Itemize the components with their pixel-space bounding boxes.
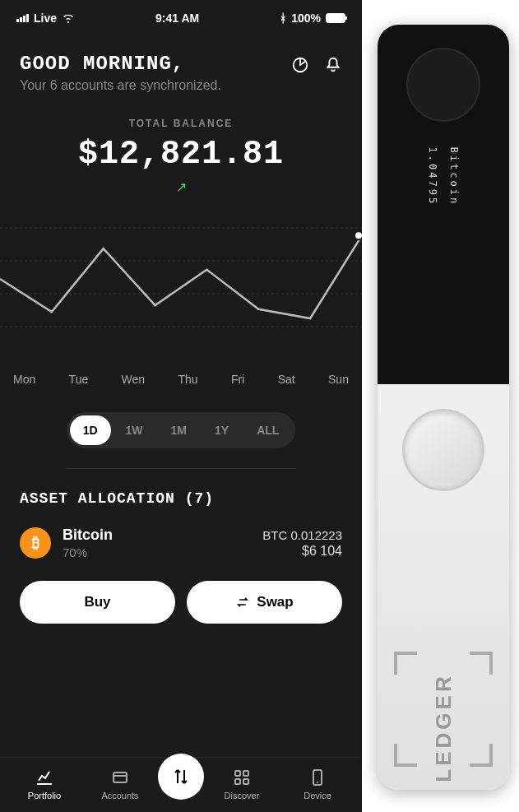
nav-device[interactable]: Device xyxy=(280,768,355,800)
chart-line-icon xyxy=(35,768,54,787)
chart-days-row: MonTueWenThuFriSatSun xyxy=(0,363,362,396)
hardware-device: Bitcoin 1.04795 LEDGER xyxy=(378,25,509,790)
transfer-icon xyxy=(171,767,191,786)
asset-pct: 70% xyxy=(63,545,113,559)
device-brand-text: LEDGER xyxy=(431,673,456,782)
chart-day-label: Sun xyxy=(328,373,349,386)
nav-portfolio-label: Portfolio xyxy=(28,791,61,800)
svg-point-13 xyxy=(317,782,318,783)
swap-label: Swap xyxy=(257,594,293,610)
range-1m[interactable]: 1M xyxy=(158,415,200,445)
chart-day-label: Thu xyxy=(178,373,197,386)
bitcoin-icon: ₿ xyxy=(20,527,51,559)
trend-up-icon: ↗ xyxy=(176,179,187,195)
swap-button[interactable]: Swap xyxy=(187,581,342,624)
signal-icon xyxy=(16,14,29,22)
buy-button[interactable]: Buy xyxy=(20,581,175,624)
svg-rect-10 xyxy=(235,779,240,784)
svg-rect-6 xyxy=(114,773,127,782)
device-nav-ring xyxy=(406,48,480,122)
phone-app-frame: Live 9:41 AM ᚼ 100% GOOD MORNING, Your 6… xyxy=(0,0,362,812)
swap-icon xyxy=(235,595,250,610)
svg-rect-8 xyxy=(235,771,240,776)
asset-amount: BTC 0.012223 xyxy=(262,528,342,542)
bottom-nav: Portfolio Accounts Discover Device xyxy=(0,757,362,812)
device-body: LEDGER xyxy=(378,384,509,790)
device-icon xyxy=(308,768,327,787)
chart-day-label: Wen xyxy=(122,373,146,386)
chart-day-label: Fri xyxy=(231,373,244,386)
svg-rect-11 xyxy=(243,779,248,784)
range-selector: 1D1W1M1YALL xyxy=(0,412,362,448)
svg-rect-9 xyxy=(243,771,248,776)
carrier-label: Live xyxy=(34,12,57,25)
wifi-icon xyxy=(62,13,75,23)
battery-icon xyxy=(326,13,345,23)
nav-discover[interactable]: Discover xyxy=(204,768,280,800)
nav-portfolio[interactable]: Portfolio xyxy=(7,768,82,800)
greeting-text: GOOD MORNING, xyxy=(20,53,221,75)
range-all[interactable]: ALL xyxy=(243,415,292,445)
device-screen: Bitcoin 1.04795 xyxy=(422,147,466,206)
bluetooth-icon: ᚼ xyxy=(280,12,286,25)
chart-day-label: Tue xyxy=(69,373,89,386)
nav-device-label: Device xyxy=(304,791,331,800)
balance-value: $12,821.81 xyxy=(0,136,362,173)
chart-day-label: Mon xyxy=(13,373,35,386)
range-1w[interactable]: 1W xyxy=(113,415,156,445)
status-bar: Live 9:41 AM ᚼ 100% xyxy=(0,0,362,36)
status-right: ᚼ 100% xyxy=(280,12,345,25)
sync-subtitle: Your 6 accounts are synchronized. xyxy=(20,78,221,93)
grid-icon xyxy=(232,768,252,787)
asset-name: Bitcoin xyxy=(63,527,113,544)
status-left: Live xyxy=(16,12,75,25)
balance-section: TOTAL BALANCE $12,821.81 ↗ xyxy=(0,101,362,203)
balance-label: TOTAL BALANCE xyxy=(0,118,362,129)
pie-chart-icon[interactable] xyxy=(291,56,309,74)
nav-discover-label: Discover xyxy=(225,791,260,800)
wallet-icon xyxy=(110,768,130,787)
nav-transfer-button[interactable] xyxy=(158,754,204,800)
nav-accounts[interactable]: Accounts xyxy=(82,768,158,800)
device-button xyxy=(402,409,484,491)
action-buttons-row: Buy Swap xyxy=(0,569,362,624)
allocation-title: ASSET ALLOCATION (7) xyxy=(0,482,362,520)
battery-pct: 100% xyxy=(291,12,321,25)
range-1d[interactable]: 1D xyxy=(70,415,111,445)
range-1y[interactable]: 1Y xyxy=(202,415,242,445)
header: GOOD MORNING, Your 6 accounts are synchr… xyxy=(0,36,362,101)
buy-label: Buy xyxy=(84,594,110,610)
svg-point-5 xyxy=(354,231,362,239)
status-time: 9:41 AM xyxy=(155,12,199,25)
chart-day-label: Sat xyxy=(278,373,295,386)
nav-accounts-label: Accounts xyxy=(101,791,138,800)
asset-row-bitcoin[interactable]: ₿ Bitcoin 70% BTC 0.012223 $6 104 xyxy=(0,520,362,569)
divider xyxy=(66,468,296,469)
device-top: Bitcoin 1.04795 xyxy=(378,25,509,384)
balance-chart[interactable]: MonTueWenThuFriSatSun xyxy=(0,203,362,396)
bell-icon[interactable] xyxy=(324,56,342,74)
asset-value: $6 104 xyxy=(262,544,342,559)
